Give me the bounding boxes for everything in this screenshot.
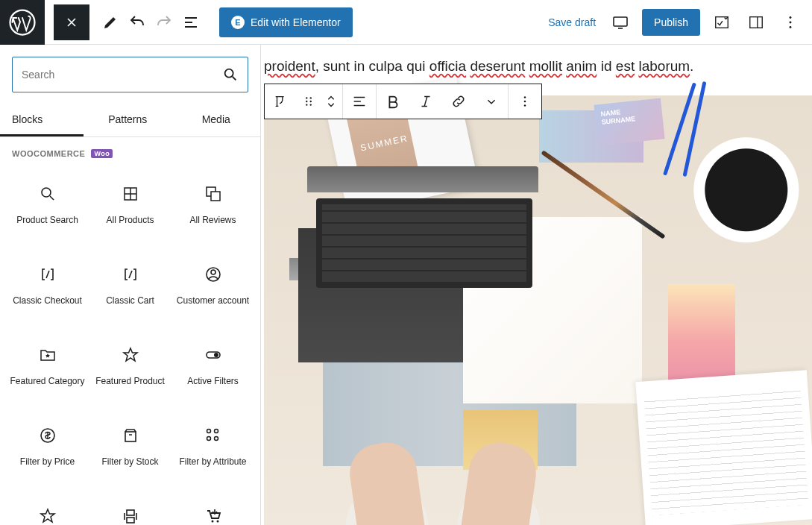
section-header-woocommerce: WOOCOMMERCE Woo bbox=[0, 137, 260, 170]
block-item[interactable] bbox=[6, 492, 89, 525]
svg-point-15 bbox=[214, 353, 218, 357]
svg-rect-23 bbox=[127, 518, 134, 523]
svg-point-8 bbox=[42, 188, 51, 197]
svg-point-6 bbox=[790, 25, 792, 28]
laptop-graphic bbox=[307, 166, 538, 192]
cart-icon bbox=[204, 504, 222, 525]
svg-point-18 bbox=[207, 430, 210, 433]
edit-tool-button[interactable] bbox=[97, 4, 124, 40]
block-featured-product[interactable]: Featured Product bbox=[89, 331, 171, 412]
svg-point-28 bbox=[306, 101, 307, 102]
document-overview-button[interactable] bbox=[177, 4, 204, 40]
block-all-products[interactable]: All Products bbox=[89, 170, 171, 251]
hands-graphic bbox=[339, 391, 547, 525]
svg-point-13 bbox=[211, 270, 215, 274]
section-title: WOOCOMMERCE bbox=[12, 149, 85, 158]
block-classic-cart[interactable]: Classic Cart bbox=[89, 251, 171, 331]
svg-point-4 bbox=[790, 16, 792, 19]
bold-button[interactable] bbox=[377, 84, 409, 119]
publish-button[interactable]: Publish bbox=[642, 9, 700, 36]
italic-button[interactable] bbox=[409, 84, 442, 119]
tab-blocks[interactable]: Blocks bbox=[0, 104, 84, 136]
star-icon bbox=[122, 343, 139, 367]
business-card-graphic bbox=[594, 98, 664, 145]
drag-handle[interactable] bbox=[298, 84, 320, 119]
svg-point-32 bbox=[524, 96, 526, 98]
keyboard-graphic bbox=[316, 198, 532, 288]
move-up-down-button[interactable] bbox=[320, 84, 342, 119]
block-featured-category[interactable]: Featured Category bbox=[6, 331, 89, 412]
block-filter-by-price[interactable]: Filter by Price bbox=[6, 412, 89, 492]
block-filter-by-stock[interactable]: Filter by Stock bbox=[89, 412, 171, 492]
undo-button[interactable] bbox=[124, 4, 151, 40]
top-toolbar: E Edit with Elementor Save draft Publish bbox=[0, 0, 812, 45]
image-block[interactable] bbox=[264, 95, 812, 525]
search-box bbox=[12, 57, 248, 92]
tab-media[interactable]: Media bbox=[172, 104, 261, 136]
editor-canvas: proident, sunt in culpa qui officia dese… bbox=[261, 45, 812, 525]
block-all-reviews[interactable]: All Reviews bbox=[171, 170, 254, 251]
attribute-icon bbox=[204, 424, 222, 447]
svg-point-26 bbox=[306, 97, 307, 98]
search-input[interactable] bbox=[22, 69, 222, 81]
edit-with-elementor-button[interactable]: E Edit with Elementor bbox=[219, 7, 353, 37]
inserter-tabs: Blocks Patterns Media bbox=[0, 104, 260, 137]
svg-rect-1 bbox=[614, 17, 627, 26]
svg-point-19 bbox=[214, 430, 218, 433]
svg-point-25 bbox=[216, 521, 218, 523]
star-outline-icon bbox=[39, 504, 57, 525]
block-classic-checkout[interactable]: Classic Checkout bbox=[6, 251, 89, 331]
svg-point-7 bbox=[225, 69, 233, 78]
link-button[interactable] bbox=[442, 84, 475, 119]
save-draft-link[interactable]: Save draft bbox=[539, 16, 605, 28]
elementor-icon: E bbox=[231, 16, 245, 29]
svg-rect-11 bbox=[211, 192, 220, 201]
block-options-button[interactable] bbox=[509, 84, 541, 119]
svg-point-29 bbox=[310, 101, 312, 102]
more-formatting-button[interactable] bbox=[475, 84, 508, 119]
carousel-icon bbox=[122, 504, 139, 525]
box-icon bbox=[122, 424, 139, 447]
sidebar-toggle-button[interactable] bbox=[740, 7, 772, 38]
folder-star-icon bbox=[39, 343, 57, 367]
block-active-filters[interactable]: Active Filters bbox=[171, 331, 254, 412]
block-item[interactable] bbox=[89, 492, 171, 525]
block-item[interactable] bbox=[171, 492, 254, 525]
shortcode-icon bbox=[39, 262, 57, 286]
paragraph-block[interactable]: proident, sunt in culpa qui officia dese… bbox=[261, 58, 812, 84]
svg-point-21 bbox=[214, 437, 218, 441]
options-menu-button[interactable] bbox=[775, 7, 806, 38]
woocommerce-badge: Woo bbox=[91, 149, 113, 158]
svg-rect-3 bbox=[750, 16, 763, 28]
search-icon bbox=[39, 182, 57, 206]
tab-patterns[interactable]: Patterns bbox=[84, 104, 172, 136]
svg-point-24 bbox=[211, 521, 213, 523]
redo-button[interactable] bbox=[151, 4, 177, 40]
svg-point-34 bbox=[524, 104, 526, 107]
papers-graphic bbox=[635, 370, 812, 525]
block-filter-by-attribute[interactable]: Filter by Attribute bbox=[171, 412, 254, 492]
svg-point-27 bbox=[310, 97, 312, 98]
svg-point-31 bbox=[310, 104, 312, 105]
wordpress-logo[interactable] bbox=[0, 0, 45, 45]
account-icon bbox=[204, 262, 222, 286]
svg-point-5 bbox=[790, 21, 792, 23]
preview-button[interactable] bbox=[605, 7, 636, 38]
block-type-button[interactable] bbox=[265, 84, 298, 119]
svg-point-20 bbox=[207, 437, 210, 441]
pens-graphic bbox=[670, 95, 715, 177]
reviews-icon bbox=[204, 182, 222, 206]
block-customer-account[interactable]: Customer account bbox=[171, 251, 254, 331]
toggle-icon bbox=[204, 343, 222, 367]
block-product-search[interactable]: Product Search bbox=[6, 170, 89, 251]
block-grid: Product Search All Products All Reviews … bbox=[0, 170, 260, 525]
price-icon bbox=[39, 424, 57, 447]
svg-point-33 bbox=[524, 101, 526, 103]
pen-graphic bbox=[541, 150, 665, 239]
block-inserter-panel: Blocks Patterns Media WOOCOMMERCE Woo Pr… bbox=[0, 45, 261, 525]
svg-rect-17 bbox=[125, 432, 136, 441]
settings-button[interactable] bbox=[706, 7, 737, 38]
close-inserter-button[interactable] bbox=[54, 4, 89, 40]
align-button[interactable] bbox=[343, 84, 376, 119]
block-toolbar bbox=[264, 84, 542, 119]
